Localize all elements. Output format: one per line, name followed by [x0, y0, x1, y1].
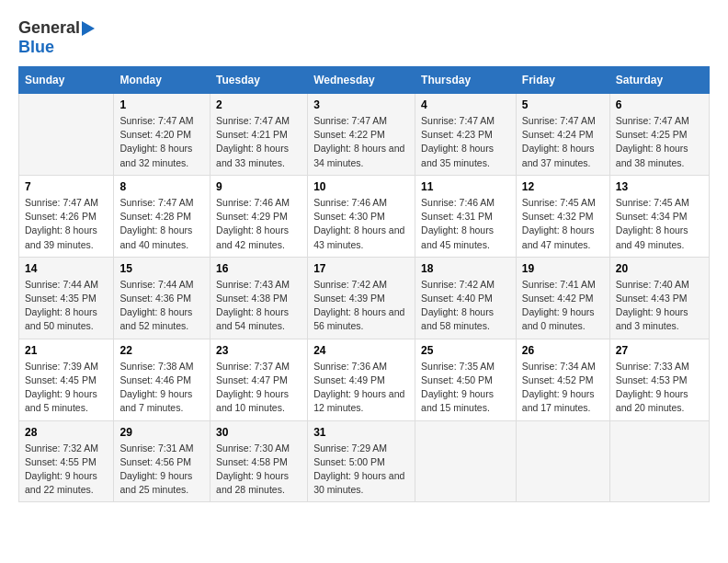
column-header-thursday: Thursday: [415, 67, 517, 94]
calendar-week-3: 14Sunrise: 7:44 AMSunset: 4:35 PMDayligh…: [19, 257, 710, 339]
calendar-table: SundayMondayTuesdayWednesdayThursdayFrid…: [18, 66, 710, 502]
day-info: Sunrise: 7:47 AMSunset: 4:25 PMDaylight:…: [616, 114, 703, 170]
day-info: Sunrise: 7:46 AMSunset: 4:31 PMDaylight:…: [421, 196, 510, 252]
calendar-week-5: 28Sunrise: 7:32 AMSunset: 4:55 PMDayligh…: [19, 420, 710, 502]
day-number: 28: [25, 426, 108, 439]
logo-blue-text: Blue: [18, 38, 54, 57]
calendar-cell: 19Sunrise: 7:41 AMSunset: 4:42 PMDayligh…: [516, 257, 609, 339]
day-number: 2: [216, 98, 301, 111]
column-header-friday: Friday: [516, 67, 609, 94]
day-info: Sunrise: 7:46 AMSunset: 4:29 PMDaylight:…: [216, 196, 301, 252]
calendar-cell: [516, 420, 609, 502]
day-number: 17: [313, 262, 409, 275]
day-number: 14: [25, 262, 108, 275]
day-number: 26: [522, 344, 604, 357]
day-number: 4: [421, 98, 510, 111]
day-info: Sunrise: 7:30 AMSunset: 4:58 PMDaylight:…: [216, 442, 301, 498]
day-info: Sunrise: 7:45 AMSunset: 4:34 PMDaylight:…: [616, 196, 703, 252]
logo: General Blue: [18, 18, 95, 57]
day-number: 13: [616, 180, 703, 193]
day-number: 1: [119, 98, 204, 111]
day-number: 30: [216, 426, 301, 439]
day-number: 24: [313, 344, 409, 357]
calendar-cell: 27Sunrise: 7:33 AMSunset: 4:53 PMDayligh…: [609, 339, 709, 420]
day-info: Sunrise: 7:47 AMSunset: 4:20 PMDaylight:…: [119, 114, 204, 170]
day-number: 5: [522, 98, 604, 111]
day-info: Sunrise: 7:46 AMSunset: 4:30 PMDaylight:…: [313, 196, 409, 252]
day-number: 10: [313, 180, 409, 193]
header-row: SundayMondayTuesdayWednesdayThursdayFrid…: [19, 67, 710, 94]
logo-general-text: General: [18, 18, 80, 38]
day-number: 20: [616, 262, 703, 275]
day-info: Sunrise: 7:47 AMSunset: 4:21 PMDaylight:…: [216, 114, 301, 170]
calendar-cell: 15Sunrise: 7:44 AMSunset: 4:36 PMDayligh…: [114, 257, 210, 339]
day-number: 19: [522, 262, 604, 275]
day-info: Sunrise: 7:47 AMSunset: 4:22 PMDaylight:…: [313, 114, 409, 170]
column-header-tuesday: Tuesday: [210, 67, 308, 94]
day-info: Sunrise: 7:44 AMSunset: 4:35 PMDaylight:…: [25, 278, 108, 334]
day-info: Sunrise: 7:47 AMSunset: 4:28 PMDaylight:…: [119, 196, 204, 252]
calendar-cell: 5Sunrise: 7:47 AMSunset: 4:24 PMDaylight…: [516, 94, 609, 176]
day-info: Sunrise: 7:32 AMSunset: 4:55 PMDaylight:…: [25, 442, 108, 498]
calendar-week-2: 7Sunrise: 7:47 AMSunset: 4:26 PMDaylight…: [19, 175, 710, 257]
calendar-cell: 4Sunrise: 7:47 AMSunset: 4:23 PMDaylight…: [415, 94, 517, 176]
calendar-cell: 2Sunrise: 7:47 AMSunset: 4:21 PMDaylight…: [210, 94, 308, 176]
day-info: Sunrise: 7:41 AMSunset: 4:42 PMDaylight:…: [522, 278, 604, 334]
day-info: Sunrise: 7:42 AMSunset: 4:39 PMDaylight:…: [313, 278, 409, 334]
day-info: Sunrise: 7:35 AMSunset: 4:50 PMDaylight:…: [421, 360, 510, 416]
calendar-cell: 20Sunrise: 7:40 AMSunset: 4:43 PMDayligh…: [609, 257, 709, 339]
day-number: 9: [216, 180, 301, 193]
day-number: 16: [216, 262, 301, 275]
day-info: Sunrise: 7:37 AMSunset: 4:47 PMDaylight:…: [216, 360, 301, 416]
calendar-cell: [609, 420, 709, 502]
calendar-cell: 30Sunrise: 7:30 AMSunset: 4:58 PMDayligh…: [210, 420, 308, 502]
logo-arrow-icon: [82, 21, 95, 36]
day-info: Sunrise: 7:47 AMSunset: 4:26 PMDaylight:…: [25, 196, 108, 252]
day-info: Sunrise: 7:31 AMSunset: 4:56 PMDaylight:…: [119, 442, 204, 498]
day-info: Sunrise: 7:43 AMSunset: 4:38 PMDaylight:…: [216, 278, 301, 334]
calendar-cell: 10Sunrise: 7:46 AMSunset: 4:30 PMDayligh…: [308, 175, 415, 257]
day-number: 23: [216, 344, 301, 357]
day-number: 11: [421, 180, 510, 193]
calendar-cell: 22Sunrise: 7:38 AMSunset: 4:46 PMDayligh…: [114, 339, 210, 420]
day-info: Sunrise: 7:33 AMSunset: 4:53 PMDaylight:…: [616, 360, 703, 416]
day-info: Sunrise: 7:38 AMSunset: 4:46 PMDaylight:…: [119, 360, 204, 416]
calendar-cell: 12Sunrise: 7:45 AMSunset: 4:32 PMDayligh…: [516, 175, 609, 257]
day-number: 22: [119, 344, 204, 357]
calendar-cell: 7Sunrise: 7:47 AMSunset: 4:26 PMDaylight…: [19, 175, 114, 257]
calendar-cell: 24Sunrise: 7:36 AMSunset: 4:49 PMDayligh…: [308, 339, 415, 420]
day-number: 7: [25, 180, 108, 193]
day-number: 12: [522, 180, 604, 193]
day-number: 29: [119, 426, 204, 439]
calendar-cell: 26Sunrise: 7:34 AMSunset: 4:52 PMDayligh…: [516, 339, 609, 420]
day-info: Sunrise: 7:45 AMSunset: 4:32 PMDaylight:…: [522, 196, 604, 252]
column-header-monday: Monday: [114, 67, 210, 94]
day-info: Sunrise: 7:44 AMSunset: 4:36 PMDaylight:…: [119, 278, 204, 334]
column-header-saturday: Saturday: [609, 67, 709, 94]
calendar-cell: 25Sunrise: 7:35 AMSunset: 4:50 PMDayligh…: [415, 339, 517, 420]
day-info: Sunrise: 7:36 AMSunset: 4:49 PMDaylight:…: [313, 360, 409, 416]
calendar-cell: 28Sunrise: 7:32 AMSunset: 4:55 PMDayligh…: [19, 420, 114, 502]
day-number: 25: [421, 344, 510, 357]
calendar-cell: 31Sunrise: 7:29 AMSunset: 5:00 PMDayligh…: [308, 420, 415, 502]
day-number: 15: [119, 262, 204, 275]
day-info: Sunrise: 7:47 AMSunset: 4:23 PMDaylight:…: [421, 114, 510, 170]
day-info: Sunrise: 7:29 AMSunset: 5:00 PMDaylight:…: [313, 442, 409, 498]
calendar-cell: 16Sunrise: 7:43 AMSunset: 4:38 PMDayligh…: [210, 257, 308, 339]
day-number: 31: [313, 426, 409, 439]
calendar-cell: 1Sunrise: 7:47 AMSunset: 4:20 PMDaylight…: [114, 94, 210, 176]
calendar-cell: 13Sunrise: 7:45 AMSunset: 4:34 PMDayligh…: [609, 175, 709, 257]
calendar-cell: 21Sunrise: 7:39 AMSunset: 4:45 PMDayligh…: [19, 339, 114, 420]
calendar-cell: 23Sunrise: 7:37 AMSunset: 4:47 PMDayligh…: [210, 339, 308, 420]
day-number: 3: [313, 98, 409, 111]
day-info: Sunrise: 7:47 AMSunset: 4:24 PMDaylight:…: [522, 114, 604, 170]
logo-text: General: [18, 18, 95, 38]
column-header-sunday: Sunday: [19, 67, 114, 94]
day-number: 6: [616, 98, 703, 111]
calendar-cell: 29Sunrise: 7:31 AMSunset: 4:56 PMDayligh…: [114, 420, 210, 502]
day-number: 27: [616, 344, 703, 357]
calendar-cell: 9Sunrise: 7:46 AMSunset: 4:29 PMDaylight…: [210, 175, 308, 257]
calendar-cell: 11Sunrise: 7:46 AMSunset: 4:31 PMDayligh…: [415, 175, 517, 257]
day-info: Sunrise: 7:34 AMSunset: 4:52 PMDaylight:…: [522, 360, 604, 416]
day-info: Sunrise: 7:39 AMSunset: 4:45 PMDaylight:…: [25, 360, 108, 416]
